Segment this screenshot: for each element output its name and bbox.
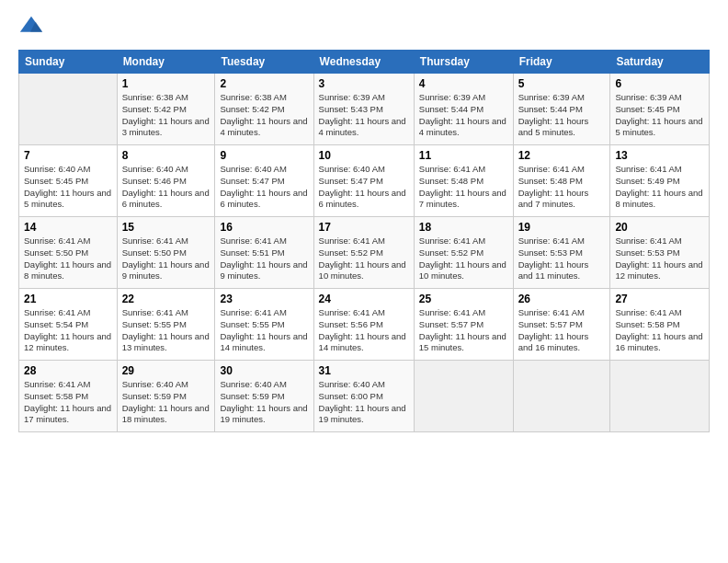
day-number: 21 [24,293,112,305]
day-number: 11 [419,149,508,162]
cell-info: Sunrise: 6:40 AM Sunset: 5:59 PM Dayligh… [220,379,308,426]
day-cell: 26Sunrise: 6:41 AM Sunset: 5:57 PM Dayli… [513,289,610,361]
day-number: 17 [319,221,409,234]
day-cell: 16Sunrise: 6:41 AM Sunset: 5:51 PM Dayli… [215,217,313,289]
cell-info: Sunrise: 6:40 AM Sunset: 5:47 PM Dayligh… [220,164,308,211]
day-cell: 24Sunrise: 6:41 AM Sunset: 5:56 PM Dayli… [313,289,414,361]
week-row-2: 7Sunrise: 6:40 AM Sunset: 5:45 PM Daylig… [19,145,710,217]
cell-info: Sunrise: 6:40 AM Sunset: 5:47 PM Dayligh… [319,164,409,211]
cell-info: Sunrise: 6:41 AM Sunset: 5:58 PM Dayligh… [24,379,112,426]
col-header-monday: Monday [117,51,215,74]
day-number: 20 [615,221,704,234]
day-number: 26 [518,293,606,305]
cell-info: Sunrise: 6:40 AM Sunset: 5:46 PM Dayligh… [122,164,210,211]
day-cell: 6Sunrise: 6:39 AM Sunset: 5:45 PM Daylig… [610,74,710,145]
day-cell: 7Sunrise: 6:40 AM Sunset: 5:45 PM Daylig… [19,145,118,217]
day-number: 12 [518,149,606,162]
cell-info: Sunrise: 6:41 AM Sunset: 5:50 PM Dayligh… [24,236,112,282]
week-row-3: 14Sunrise: 6:41 AM Sunset: 5:50 PM Dayli… [19,217,710,289]
day-number: 1 [122,77,210,90]
cell-info: Sunrise: 6:41 AM Sunset: 5:57 PM Dayligh… [419,307,508,354]
col-header-saturday: Saturday [610,51,710,74]
day-cell: 1Sunrise: 6:38 AM Sunset: 5:42 PM Daylig… [117,74,215,145]
day-cell: 15Sunrise: 6:41 AM Sunset: 5:50 PM Dayli… [117,217,215,289]
day-cell: 17Sunrise: 6:41 AM Sunset: 5:52 PM Dayli… [313,217,414,289]
cell-info: Sunrise: 6:41 AM Sunset: 5:56 PM Dayligh… [319,307,409,354]
col-header-friday: Friday [513,51,610,74]
day-cell: 20Sunrise: 6:41 AM Sunset: 5:53 PM Dayli… [610,217,710,289]
day-cell: 14Sunrise: 6:41 AM Sunset: 5:50 PM Dayli… [19,217,118,289]
day-number: 2 [220,77,308,90]
col-header-thursday: Thursday [414,51,513,74]
cell-info: Sunrise: 6:40 AM Sunset: 6:00 PM Dayligh… [319,379,409,426]
day-cell: 28Sunrise: 6:41 AM Sunset: 5:58 PM Dayli… [19,361,118,432]
day-cell [414,361,513,432]
cell-info: Sunrise: 6:41 AM Sunset: 5:48 PM Dayligh… [518,164,606,211]
day-cell: 19Sunrise: 6:41 AM Sunset: 5:53 PM Dayli… [513,217,610,289]
cell-info: Sunrise: 6:41 AM Sunset: 5:52 PM Dayligh… [319,236,409,282]
day-number: 24 [319,293,409,305]
cell-info: Sunrise: 6:41 AM Sunset: 5:48 PM Dayligh… [419,164,508,211]
day-cell: 23Sunrise: 6:41 AM Sunset: 5:55 PM Dayli… [215,289,313,361]
day-number: 8 [122,149,210,162]
day-number: 9 [220,149,308,162]
day-cell: 30Sunrise: 6:40 AM Sunset: 5:59 PM Dayli… [215,361,313,432]
week-row-4: 21Sunrise: 6:41 AM Sunset: 5:54 PM Dayli… [19,289,710,361]
day-cell [513,361,610,432]
logo [18,15,48,40]
col-header-wednesday: Wednesday [313,51,414,74]
col-header-tuesday: Tuesday [215,51,313,74]
day-number: 6 [615,77,704,90]
cell-info: Sunrise: 6:40 AM Sunset: 5:45 PM Dayligh… [24,164,112,211]
day-number: 23 [220,293,308,305]
day-cell: 18Sunrise: 6:41 AM Sunset: 5:52 PM Dayli… [414,217,513,289]
day-number: 16 [220,221,308,234]
logo-icon [18,15,44,40]
day-cell: 5Sunrise: 6:39 AM Sunset: 5:44 PM Daylig… [513,74,610,145]
day-cell: 4Sunrise: 6:39 AM Sunset: 5:44 PM Daylig… [414,74,513,145]
day-cell [19,74,118,145]
day-number: 19 [518,221,606,234]
cell-info: Sunrise: 6:41 AM Sunset: 5:54 PM Dayligh… [24,307,112,354]
day-cell: 21Sunrise: 6:41 AM Sunset: 5:54 PM Dayli… [19,289,118,361]
day-number: 15 [122,221,210,234]
day-cell: 10Sunrise: 6:40 AM Sunset: 5:47 PM Dayli… [313,145,414,217]
header-row: SundayMondayTuesdayWednesdayThursdayFrid… [19,51,710,74]
day-cell: 12Sunrise: 6:41 AM Sunset: 5:48 PM Dayli… [513,145,610,217]
day-number: 28 [24,364,112,377]
cell-info: Sunrise: 6:40 AM Sunset: 5:59 PM Dayligh… [122,379,210,426]
day-cell: 25Sunrise: 6:41 AM Sunset: 5:57 PM Dayli… [414,289,513,361]
day-number: 22 [122,293,210,305]
cell-info: Sunrise: 6:41 AM Sunset: 5:53 PM Dayligh… [615,236,704,282]
day-cell: 31Sunrise: 6:40 AM Sunset: 6:00 PM Dayli… [313,361,414,432]
day-cell: 2Sunrise: 6:38 AM Sunset: 5:42 PM Daylig… [215,74,313,145]
week-row-5: 28Sunrise: 6:41 AM Sunset: 5:58 PM Dayli… [19,361,710,432]
header [18,15,710,40]
cell-info: Sunrise: 6:39 AM Sunset: 5:45 PM Dayligh… [615,92,704,139]
day-number: 30 [220,364,308,377]
day-cell: 9Sunrise: 6:40 AM Sunset: 5:47 PM Daylig… [215,145,313,217]
day-cell: 29Sunrise: 6:40 AM Sunset: 5:59 PM Dayli… [117,361,215,432]
page: SundayMondayTuesdayWednesdayThursdayFrid… [0,0,728,563]
week-row-1: 1Sunrise: 6:38 AM Sunset: 5:42 PM Daylig… [19,74,710,145]
cell-info: Sunrise: 6:38 AM Sunset: 5:42 PM Dayligh… [122,92,210,139]
cell-info: Sunrise: 6:41 AM Sunset: 5:52 PM Dayligh… [419,236,508,282]
day-cell: 13Sunrise: 6:41 AM Sunset: 5:49 PM Dayli… [610,145,710,217]
day-number: 25 [419,293,508,305]
day-number: 4 [419,77,508,90]
day-number: 13 [615,149,704,162]
day-number: 10 [319,149,409,162]
cell-info: Sunrise: 6:41 AM Sunset: 5:57 PM Dayligh… [518,307,606,354]
cell-info: Sunrise: 6:39 AM Sunset: 5:43 PM Dayligh… [319,92,409,139]
cell-info: Sunrise: 6:41 AM Sunset: 5:53 PM Dayligh… [518,236,606,282]
day-cell [610,361,710,432]
col-header-sunday: Sunday [19,51,118,74]
cell-info: Sunrise: 6:41 AM Sunset: 5:55 PM Dayligh… [220,307,308,354]
cell-info: Sunrise: 6:39 AM Sunset: 5:44 PM Dayligh… [518,92,606,139]
day-number: 18 [419,221,508,234]
cell-info: Sunrise: 6:39 AM Sunset: 5:44 PM Dayligh… [419,92,508,139]
cell-info: Sunrise: 6:41 AM Sunset: 5:58 PM Dayligh… [615,307,704,354]
day-cell: 3Sunrise: 6:39 AM Sunset: 5:43 PM Daylig… [313,74,414,145]
day-cell: 8Sunrise: 6:40 AM Sunset: 5:46 PM Daylig… [117,145,215,217]
day-cell: 27Sunrise: 6:41 AM Sunset: 5:58 PM Dayli… [610,289,710,361]
